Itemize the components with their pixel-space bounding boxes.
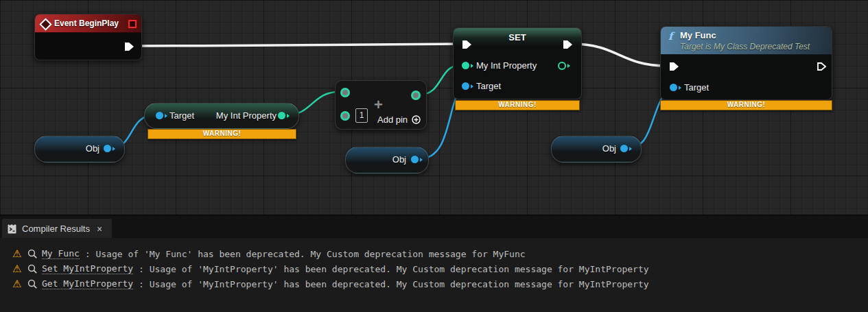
node-obj-variable[interactable]: Obj (345, 147, 429, 173)
add-value-input[interactable]: 1 (355, 108, 368, 123)
compiler-warning-row: ⚠ My Func : Usage of 'My Func' has been … (0, 246, 868, 261)
node-obj-variable[interactable]: Obj (34, 136, 125, 163)
warning-icon: ⚠ (12, 248, 27, 260)
warning-message: : Usage of 'MyIntProperty' has been depr… (139, 279, 649, 289)
search-icon[interactable] (27, 279, 38, 289)
exec-in-pin[interactable] (462, 40, 472, 49)
search-icon[interactable] (27, 264, 38, 274)
obj-output-pin[interactable] (620, 145, 632, 152)
target-pin-label: Target (476, 82, 501, 91)
value-output-pin[interactable] (278, 112, 290, 119)
node-hyperlink[interactable]: Set MyIntProperty (42, 263, 133, 274)
func-node-header: f My Func Target is My Class Deprecated … (661, 27, 832, 55)
delegate-pin[interactable] (128, 20, 137, 28)
target-pin-label: Target (684, 83, 709, 93)
warning-icon: ⚠ (12, 263, 27, 275)
warning-message: : Usage of 'MyIntProperty' has been depr… (139, 264, 649, 274)
func-node-subtitle: Target is My Class Deprecated Test (680, 42, 810, 51)
node-hyperlink[interactable]: Get MyIntProperty (42, 278, 133, 289)
node-event-beginplay[interactable]: Event BeginPlay (34, 14, 142, 60)
compiler-results-log: ⚠ My Func : Usage of 'My Func' has been … (0, 238, 868, 312)
exec-in-pin[interactable] (669, 62, 679, 71)
add-pin-button[interactable] (412, 115, 421, 124)
exec-out-pin[interactable] (817, 62, 827, 71)
exec-out-pin[interactable] (124, 42, 134, 51)
node-my-func[interactable]: f My Func Target is My Class Deprecated … (660, 26, 832, 100)
add-input-pin-a[interactable] (340, 88, 350, 97)
obj-label: Obj (392, 155, 406, 165)
target-pin-label: Target (169, 111, 194, 121)
tab-compiler-results[interactable]: Compiler Results × (2, 219, 112, 239)
set-warning-banner: WARNING! (455, 100, 580, 110)
target-input-pin[interactable] (156, 112, 167, 119)
value-pin-label: My Int Property (476, 61, 537, 71)
warning-message: : Usage of 'My Func' has been deprecated… (85, 249, 526, 259)
output-pin-label: My Int Property (216, 111, 277, 121)
function-icon: f (668, 30, 672, 43)
target-input-pin[interactable] (670, 84, 681, 91)
event-icon (39, 18, 51, 30)
obj-output-pin[interactable] (411, 156, 423, 163)
value-input-pin[interactable] (462, 62, 473, 69)
getter-warning-banner: WARNING! (148, 129, 296, 139)
blueprint-editor: Event BeginPlay Target My Int Property W… (0, 0, 868, 312)
value-output-pin[interactable] (558, 62, 570, 70)
obj-label: Obj (602, 144, 616, 154)
obj-output-pin[interactable] (104, 145, 115, 152)
exec-out-pin[interactable] (563, 40, 573, 49)
tab-label: Compiler Results (22, 224, 90, 234)
close-icon[interactable]: × (95, 224, 104, 234)
wire-exec-beginplay-to-set[interactable] (133, 44, 461, 46)
obj-label: Obj (86, 144, 99, 154)
node-hyperlink[interactable]: My Func (42, 248, 80, 259)
add-output-pin[interactable] (411, 91, 421, 100)
node-set-my-int-property[interactable]: SET My Int Property Target (453, 27, 582, 99)
node-get-my-int-property[interactable]: Target My Int Property (144, 103, 299, 129)
warning-icon: ⚠ (12, 278, 27, 290)
node-obj-variable[interactable]: Obj (551, 136, 642, 163)
plus-icon: + (374, 96, 383, 114)
blueprint-graph[interactable]: Event BeginPlay Target My Int Property W… (0, 0, 868, 215)
myfunc-warning-banner: WARNING! (660, 100, 832, 110)
node-add[interactable]: 1 + Add pin (335, 80, 427, 130)
event-node-title: Event BeginPlay (54, 19, 119, 28)
compiler-results-icon (8, 224, 16, 234)
add-input-pin-b[interactable] (340, 111, 350, 121)
target-input-pin[interactable] (462, 82, 473, 90)
wire-exec-set-to-myfunc[interactable] (572, 44, 666, 66)
search-icon[interactable] (27, 249, 38, 259)
func-node-title: My Func (680, 30, 716, 40)
compiler-warning-row: ⚠ Get MyIntProperty : Usage of 'MyIntPro… (0, 276, 868, 291)
event-node-header: Event BeginPlay (35, 14, 141, 33)
compiler-results-tabstrip: Compiler Results × (0, 215, 868, 239)
add-pin-label: Add pin (377, 115, 408, 125)
compiler-warning-row: ⚠ Set MyIntProperty : Usage of 'MyIntPro… (0, 261, 868, 276)
